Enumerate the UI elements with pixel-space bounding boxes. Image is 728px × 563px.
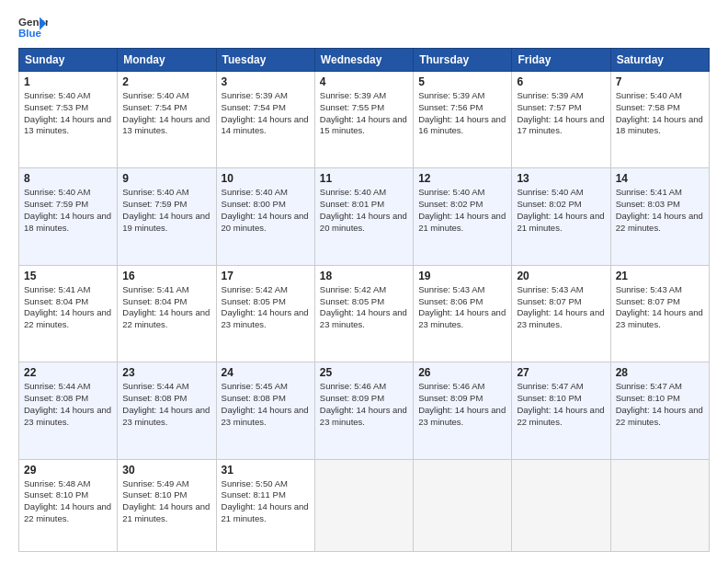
day-number: 29: [24, 464, 112, 477]
calendar-cell: 7Sunrise: 5:40 AMSunset: 7:58 PMDaylight…: [610, 72, 709, 168]
calendar-day-header: Friday: [512, 49, 610, 72]
calendar-cell: [414, 459, 512, 552]
calendar-week-row: 22Sunrise: 5:44 AMSunset: 8:08 PMDayligh…: [19, 362, 710, 459]
cell-content: Sunrise: 5:45 AMSunset: 8:08 PMDaylight:…: [222, 381, 310, 428]
calendar-week-row: 15Sunrise: 5:41 AMSunset: 8:04 PMDayligh…: [19, 265, 710, 362]
calendar-cell: 17Sunrise: 5:42 AMSunset: 8:05 PMDayligh…: [216, 265, 314, 362]
day-number: 22: [24, 366, 112, 379]
day-number: 6: [517, 75, 605, 88]
calendar-cell: [610, 459, 709, 552]
calendar-day-header: Sunday: [19, 49, 118, 72]
calendar-day-header: Tuesday: [216, 49, 314, 72]
calendar-cell: 11Sunrise: 5:40 AMSunset: 8:01 PMDayligh…: [314, 168, 413, 265]
calendar-day-header: Wednesday: [314, 49, 413, 72]
calendar-cell: 10Sunrise: 5:40 AMSunset: 8:00 PMDayligh…: [216, 168, 314, 265]
cell-content: Sunrise: 5:49 AMSunset: 8:10 PMDaylight:…: [122, 478, 210, 525]
day-number: 1: [24, 75, 112, 88]
calendar-cell: 18Sunrise: 5:42 AMSunset: 8:05 PMDayligh…: [314, 265, 413, 362]
day-number: 27: [517, 366, 605, 379]
cell-content: Sunrise: 5:40 AMSunset: 7:59 PMDaylight:…: [24, 187, 112, 234]
calendar-day-header: Saturday: [610, 49, 709, 72]
day-number: 11: [320, 172, 408, 185]
cell-content: Sunrise: 5:43 AMSunset: 8:07 PMDaylight:…: [616, 284, 704, 331]
calendar-cell: 2Sunrise: 5:40 AMSunset: 7:54 PMDaylight…: [118, 72, 216, 168]
cell-content: Sunrise: 5:44 AMSunset: 8:08 PMDaylight:…: [24, 381, 112, 428]
calendar-cell: [512, 459, 610, 552]
day-number: 15: [24, 270, 112, 282]
day-number: 10: [222, 172, 310, 185]
cell-content: Sunrise: 5:40 AMSunset: 8:00 PMDaylight:…: [222, 187, 310, 234]
calendar-cell: 25Sunrise: 5:46 AMSunset: 8:09 PMDayligh…: [314, 362, 413, 459]
calendar-table: SundayMondayTuesdayWednesdayThursdayFrid…: [18, 48, 710, 552]
day-number: 21: [616, 270, 704, 282]
calendar-week-row: 1Sunrise: 5:40 AMSunset: 7:53 PMDaylight…: [19, 72, 710, 168]
cell-content: Sunrise: 5:40 AMSunset: 7:54 PMDaylight:…: [122, 90, 210, 137]
day-number: 14: [616, 172, 704, 185]
calendar-cell: 5Sunrise: 5:39 AMSunset: 7:56 PMDaylight…: [414, 72, 512, 168]
cell-content: Sunrise: 5:42 AMSunset: 8:05 PMDaylight:…: [320, 284, 408, 331]
calendar-cell: 16Sunrise: 5:41 AMSunset: 8:04 PMDayligh…: [118, 265, 216, 362]
calendar-cell: 20Sunrise: 5:43 AMSunset: 8:07 PMDayligh…: [512, 265, 610, 362]
calendar-cell: 3Sunrise: 5:39 AMSunset: 7:54 PMDaylight…: [216, 72, 314, 168]
day-number: 16: [122, 270, 210, 282]
day-number: 17: [222, 270, 310, 282]
cell-content: Sunrise: 5:47 AMSunset: 8:10 PMDaylight:…: [517, 381, 605, 428]
cell-content: Sunrise: 5:39 AMSunset: 7:57 PMDaylight:…: [517, 90, 605, 137]
svg-text:Blue: Blue: [18, 28, 42, 39]
day-number: 5: [418, 75, 506, 88]
day-number: 2: [122, 75, 210, 88]
day-number: 3: [222, 75, 310, 88]
calendar-cell: 31Sunrise: 5:50 AMSunset: 8:11 PMDayligh…: [216, 459, 314, 552]
calendar-cell: 12Sunrise: 5:40 AMSunset: 8:02 PMDayligh…: [414, 168, 512, 265]
day-number: 26: [418, 366, 506, 379]
header: General Blue: [18, 15, 710, 40]
cell-content: Sunrise: 5:50 AMSunset: 8:11 PMDaylight:…: [222, 478, 310, 525]
calendar-day-header: Monday: [118, 49, 216, 72]
cell-content: Sunrise: 5:40 AMSunset: 8:02 PMDaylight:…: [418, 187, 506, 234]
calendar-cell: 6Sunrise: 5:39 AMSunset: 7:57 PMDaylight…: [512, 72, 610, 168]
day-number: 23: [122, 366, 210, 379]
cell-content: Sunrise: 5:39 AMSunset: 7:56 PMDaylight:…: [418, 90, 506, 137]
day-number: 8: [24, 172, 112, 185]
day-number: 13: [517, 172, 605, 185]
cell-content: Sunrise: 5:40 AMSunset: 8:02 PMDaylight:…: [517, 187, 605, 234]
day-number: 24: [222, 366, 310, 379]
calendar-cell: 28Sunrise: 5:47 AMSunset: 8:10 PMDayligh…: [610, 362, 709, 459]
day-number: 18: [320, 270, 408, 282]
calendar-cell: 13Sunrise: 5:40 AMSunset: 8:02 PMDayligh…: [512, 168, 610, 265]
calendar-cell: 14Sunrise: 5:41 AMSunset: 8:03 PMDayligh…: [610, 168, 709, 265]
page: General Blue SundayMondayTuesdayWednesda…: [0, 0, 728, 563]
day-number: 7: [616, 75, 704, 88]
day-number: 30: [122, 464, 210, 477]
calendar-cell: 21Sunrise: 5:43 AMSunset: 8:07 PMDayligh…: [610, 265, 709, 362]
calendar-week-row: 29Sunrise: 5:48 AMSunset: 8:10 PMDayligh…: [19, 459, 710, 552]
calendar-week-row: 8Sunrise: 5:40 AMSunset: 7:59 PMDaylight…: [19, 168, 710, 265]
calendar-header-row: SundayMondayTuesdayWednesdayThursdayFrid…: [19, 49, 710, 72]
cell-content: Sunrise: 5:39 AMSunset: 7:55 PMDaylight:…: [320, 90, 408, 137]
calendar-cell: 24Sunrise: 5:45 AMSunset: 8:08 PMDayligh…: [216, 362, 314, 459]
calendar-day-header: Thursday: [414, 49, 512, 72]
calendar-cell: 27Sunrise: 5:47 AMSunset: 8:10 PMDayligh…: [512, 362, 610, 459]
calendar-cell: [314, 459, 413, 552]
calendar-cell: 22Sunrise: 5:44 AMSunset: 8:08 PMDayligh…: [19, 362, 118, 459]
calendar-cell: 23Sunrise: 5:44 AMSunset: 8:08 PMDayligh…: [118, 362, 216, 459]
day-number: 12: [418, 172, 506, 185]
cell-content: Sunrise: 5:46 AMSunset: 8:09 PMDaylight:…: [418, 381, 506, 428]
cell-content: Sunrise: 5:40 AMSunset: 7:58 PMDaylight:…: [616, 90, 704, 137]
cell-content: Sunrise: 5:40 AMSunset: 7:53 PMDaylight:…: [24, 90, 112, 137]
cell-content: Sunrise: 5:40 AMSunset: 8:01 PMDaylight:…: [320, 187, 408, 234]
calendar-cell: 15Sunrise: 5:41 AMSunset: 8:04 PMDayligh…: [19, 265, 118, 362]
logo-icon: General Blue: [18, 15, 48, 40]
cell-content: Sunrise: 5:42 AMSunset: 8:05 PMDaylight:…: [222, 284, 310, 331]
calendar-cell: 29Sunrise: 5:48 AMSunset: 8:10 PMDayligh…: [19, 459, 118, 552]
day-number: 28: [616, 366, 704, 379]
cell-content: Sunrise: 5:43 AMSunset: 8:06 PMDaylight:…: [418, 284, 506, 331]
day-number: 4: [320, 75, 408, 88]
cell-content: Sunrise: 5:41 AMSunset: 8:04 PMDaylight:…: [24, 284, 112, 331]
calendar-cell: 1Sunrise: 5:40 AMSunset: 7:53 PMDaylight…: [19, 72, 118, 168]
day-number: 19: [418, 270, 506, 282]
cell-content: Sunrise: 5:43 AMSunset: 8:07 PMDaylight:…: [517, 284, 605, 331]
calendar-cell: 30Sunrise: 5:49 AMSunset: 8:10 PMDayligh…: [118, 459, 216, 552]
calendar-cell: 19Sunrise: 5:43 AMSunset: 8:06 PMDayligh…: [414, 265, 512, 362]
day-number: 20: [517, 270, 605, 282]
